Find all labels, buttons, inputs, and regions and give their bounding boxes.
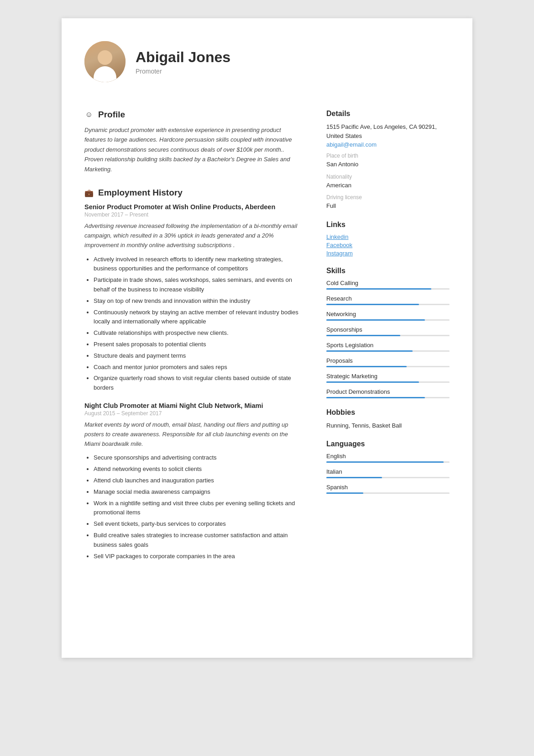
- languages-list: English Italian Spanish: [326, 453, 450, 494]
- skill-bar-bg: [326, 381, 450, 383]
- language-bar-bg: [326, 492, 450, 494]
- skill-bar-bg: [326, 350, 450, 352]
- skill-name: Product Demonstrations: [326, 388, 450, 395]
- job-title-1: Senior Product Promoter at Wish Online P…: [84, 203, 304, 211]
- list-item: Stay on top of new trends and innovation…: [94, 296, 304, 306]
- language-bar-fill: [326, 477, 382, 478]
- skill-bar-bg: [326, 366, 450, 367]
- language-item: Italian: [326, 468, 450, 478]
- skill-bar-fill: [326, 397, 425, 398]
- person-name: Abigail Jones: [136, 49, 230, 66]
- skill-bar-bg: [326, 288, 450, 290]
- main-column: ☺ Profile Dynamic product promoter with …: [84, 110, 322, 630]
- language-item: Spanish: [326, 484, 450, 494]
- hobbies-section-title: Hobbies: [326, 408, 450, 417]
- list-item: Structure deals and payment terms: [94, 351, 304, 361]
- language-bar-fill: [326, 461, 444, 463]
- skill-item: Proposals: [326, 357, 450, 367]
- skill-name: Sponsorships: [326, 326, 450, 333]
- list-item: Attend club launches and inauguration pa…: [94, 476, 304, 486]
- profile-section-title: ☺ Profile: [84, 110, 304, 120]
- languages-section-title: Languages: [326, 440, 450, 448]
- list-item: Sell VIP packages to corporate companies…: [94, 552, 304, 561]
- skill-item: Sponsorships: [326, 326, 450, 336]
- skill-item: Cold Calling: [326, 280, 450, 290]
- skill-bar-fill: [326, 304, 419, 305]
- link-facebook[interactable]: Facebook: [326, 242, 450, 248]
- list-item: Continuously network by staying an activ…: [94, 308, 304, 327]
- skill-item: Strategic Marketing: [326, 373, 450, 383]
- skill-bar-fill: [326, 335, 400, 336]
- list-item: Present sales proposals to potential cli…: [94, 340, 304, 349]
- place-of-birth-value: San Antonio: [326, 160, 450, 169]
- list-item: Actively involved in research efforts to…: [94, 255, 304, 274]
- skill-name: Cold Calling: [326, 280, 450, 286]
- job-period-1: November 2017 – Present: [84, 211, 304, 218]
- skill-bar-bg: [326, 319, 450, 321]
- skill-name: Strategic Marketing: [326, 373, 450, 380]
- detail-address: 1515 Pacific Ave, Los Angeles, CA 90291,…: [326, 122, 450, 140]
- hobbies-text: Running, Tennis, Basket Ball: [326, 421, 450, 430]
- skill-bar-fill: [326, 381, 419, 383]
- language-name: English: [326, 453, 450, 460]
- job-item: Night Club Promoter at Miami Night Club …: [84, 402, 304, 561]
- list-item: Work in a nightlife setting and visit th…: [94, 499, 304, 518]
- driving-license-label: Driving license: [326, 194, 450, 201]
- list-item: Secure sponsorships and advertising cont…: [94, 453, 304, 463]
- employment-icon: 💼: [84, 188, 94, 197]
- skill-item: Sports Legislation: [326, 342, 450, 352]
- link-linkedin[interactable]: Linkedin: [326, 233, 450, 240]
- skill-name: Proposals: [326, 357, 450, 364]
- job-bullets-2: Secure sponsorships and advertising cont…: [84, 453, 304, 561]
- skills-section-title: Skills: [326, 267, 450, 275]
- language-name: Italian: [326, 468, 450, 475]
- place-of-birth-label: Place of birth: [326, 153, 450, 159]
- header: Abigail Jones Promoter: [84, 41, 450, 94]
- resume-container: Abigail Jones Promoter ☺ Profile Dynamic…: [62, 18, 472, 658]
- job-title-2: Night Club Promoter at Miami Night Club …: [84, 402, 304, 409]
- language-name: Spanish: [326, 484, 450, 491]
- header-text: Abigail Jones Promoter: [136, 49, 230, 75]
- language-bar-bg: [326, 461, 450, 463]
- links-section-title: Links: [326, 221, 450, 229]
- skill-bar-bg: [326, 304, 450, 305]
- avatar: [84, 41, 126, 82]
- details-section-title: Details: [326, 110, 450, 118]
- sidebar-column: Details 1515 Pacific Ave, Los Angeles, C…: [322, 110, 450, 630]
- skill-name: Research: [326, 295, 450, 302]
- profile-icon: ☺: [84, 110, 94, 119]
- list-item: Cultivate relationships with prospective…: [94, 328, 304, 338]
- job-description-1: Advertising revenue increased following …: [84, 222, 304, 250]
- detail-email: abigail@email.com: [326, 141, 450, 148]
- job-period-2: August 2015 – September 2017: [84, 410, 304, 417]
- skill-bar-fill: [326, 366, 407, 367]
- skill-name: Networking: [326, 311, 450, 317]
- skill-item: Research: [326, 295, 450, 305]
- list-item: Build creative sales strategies to incre…: [94, 531, 304, 550]
- nationality-value: American: [326, 181, 450, 190]
- link-instagram[interactable]: Instagram: [326, 250, 450, 257]
- language-bar-bg: [326, 477, 450, 478]
- profile-text: Dynamic product promoter with extensive …: [84, 125, 304, 174]
- list-item: Coach and mentor junior promoters and sa…: [94, 363, 304, 372]
- job-description-2: Market events by word of mouth, email bl…: [84, 420, 304, 449]
- skill-bar-fill: [326, 350, 413, 352]
- employment-section-title: 💼 Employment History: [84, 188, 304, 198]
- skill-bar-fill: [326, 319, 425, 321]
- list-item: Organize quarterly road shows to visit r…: [94, 374, 304, 393]
- skill-item: Networking: [326, 311, 450, 321]
- nationality-label: Nationality: [326, 174, 450, 180]
- list-item: Participate in trade shows, sales worksh…: [94, 275, 304, 295]
- list-item: Attend networking events to solicit clie…: [94, 465, 304, 474]
- language-item: English: [326, 453, 450, 463]
- skill-bar-bg: [326, 397, 450, 398]
- driving-license-value: Full: [326, 201, 450, 211]
- skill-bar-bg: [326, 335, 450, 336]
- person-title: Promoter: [136, 68, 230, 75]
- job-bullets-1: Actively involved in research efforts to…: [84, 255, 304, 393]
- list-item: Sell event tickets, party-bus services t…: [94, 519, 304, 529]
- job-item: Senior Product Promoter at Wish Online P…: [84, 203, 304, 393]
- skill-name: Sports Legislation: [326, 342, 450, 349]
- list-item: Manage social media awareness campaigns: [94, 487, 304, 497]
- skill-item: Product Demonstrations: [326, 388, 450, 398]
